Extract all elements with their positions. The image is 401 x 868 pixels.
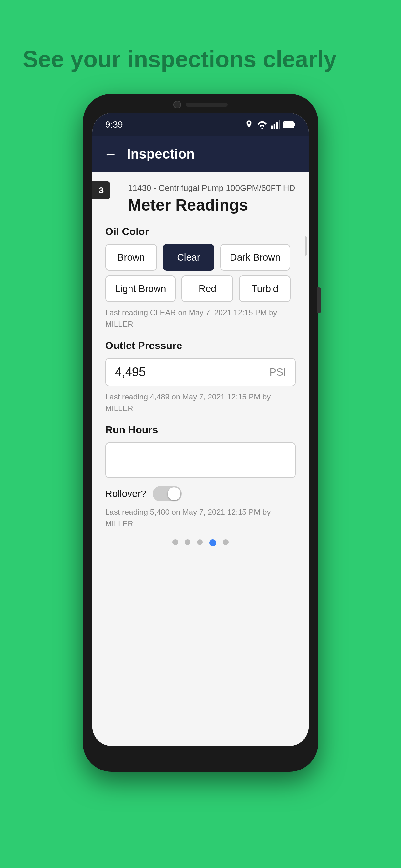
pressure-last-reading: Last reading 4,489 on May 7, 2021 12:15 … [105,391,296,414]
phone-camera [174,101,181,108]
svg-rect-5 [294,123,295,126]
svg-rect-3 [279,120,280,129]
svg-rect-1 [274,124,275,129]
app-header: ← Inspection [92,136,309,172]
battery-icon [283,121,296,128]
oil-color-row-1: Brown Clear Dark Brown [105,244,296,271]
content-area: 3 11430 - Centrifugal Pump 100GPM/60FT H… [92,172,309,746]
outlet-pressure-label: Outlet Pressure [105,340,296,352]
phone-shell: 9:39 [83,94,318,772]
oil-color-label: Oil Color [105,226,296,238]
svg-rect-2 [276,122,278,129]
scroll-indicator [305,237,307,256]
back-button[interactable]: ← [104,146,117,162]
rollover-last-reading: Last reading 5,480 on May 7, 2021 12:15 … [105,506,296,530]
status-time: 9:39 [105,120,123,130]
rollover-label: Rollover? [105,488,146,499]
wifi-icon [257,120,267,129]
location-icon [245,120,253,129]
signal-icon [271,120,280,129]
oil-color-options: Brown Clear Dark Brown Light Brown Red T… [105,244,296,302]
oil-btn-clear[interactable]: Clear [163,244,214,271]
dot-4-active[interactable] [209,539,216,547]
dot-2[interactable] [185,539,190,545]
app-header-title: Inspection [127,146,195,162]
dot-3[interactable] [197,539,203,545]
section-title: Meter Readings [128,196,296,214]
run-hours-label: Run Hours [105,424,296,436]
step-badge: 3 [92,182,110,199]
outlet-pressure-section: Outlet Pressure 4,495 PSI Last reading 4… [105,340,296,414]
oil-btn-turbid[interactable]: Turbid [239,275,290,302]
oil-color-last-reading: Last reading CLEAR on May 7, 2021 12:15 … [105,307,296,330]
status-icons [245,120,296,129]
oil-btn-light-brown[interactable]: Light Brown [105,275,176,302]
svg-rect-0 [271,126,273,129]
rollover-section: Rollover? Last reading 5,480 on May 7, 2… [105,486,296,530]
phone-screen: 9:39 [92,113,309,746]
rollover-row: Rollover? [105,486,296,501]
oil-color-row-2: Light Brown Red Turbid [105,275,296,302]
toggle-knob [167,487,181,500]
oil-btn-dark-brown[interactable]: Dark Brown [220,244,290,271]
pressure-value: 4,495 [115,365,146,379]
hero-title: See your inspections clearly [23,45,378,73]
phone-volume-button [317,287,321,313]
rollover-toggle[interactable] [153,486,182,501]
outlet-pressure-input[interactable]: 4,495 PSI [105,358,296,386]
svg-rect-6 [284,122,293,127]
pressure-unit: PSI [269,366,286,378]
run-hours-section: Run Hours [105,424,296,478]
section-subtitle: 11430 - Centrifugal Pump 100GPM/60FT HD [128,183,296,193]
dot-1[interactable] [173,539,178,545]
oil-btn-brown[interactable]: Brown [105,244,157,271]
run-hours-input[interactable] [105,442,296,478]
oil-color-section: Oil Color Brown Clear Dark Brown Light B… [105,226,296,330]
dot-5[interactable] [223,539,228,545]
oil-btn-red[interactable]: Red [181,275,233,302]
pagination-dots [105,539,296,553]
phone-speaker [186,103,227,106]
status-bar: 9:39 [92,113,309,136]
